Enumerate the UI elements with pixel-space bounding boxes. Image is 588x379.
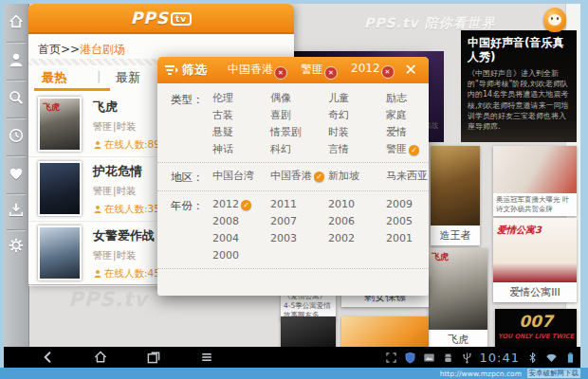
- filter-option[interactable]: 爱情: [386, 126, 440, 139]
- filter-option[interactable]: 2009: [386, 198, 440, 211]
- remove-tag-icon[interactable]: ✕: [324, 66, 338, 80]
- shield-icon: [404, 352, 416, 364]
- pps-logo: PPStv: [131, 4, 192, 32]
- filter-option[interactable]: 奇幻: [328, 109, 382, 122]
- tab-hottest[interactable]: 最热: [42, 69, 66, 86]
- filter-option[interactable]: 情景剧: [270, 126, 324, 139]
- filter-option[interactable]: 2010: [328, 198, 382, 211]
- filter-option[interactable]: 偶像: [270, 92, 324, 105]
- user-icon[interactable]: [8, 51, 25, 68]
- filter-option-grid: 2012✓20112010200920082007200620052004200…: [212, 198, 440, 262]
- pps-watermark-bottom: PPS.tv: [68, 288, 148, 311]
- filter-dialog-body: 类型：伦理偶像儿童励志古装喜剧奇幻家庭悬疑情景剧时装爱情神话科幻言情警匪✓地区：…: [157, 83, 429, 269]
- video-caption: 奥运冠军直播大曝光 叶诗文孙杨共贺金牌: [493, 193, 577, 216]
- filter-option[interactable]: 古装: [212, 109, 266, 122]
- filter-dialog-header: 筛选 中国香港✕警匪✕2012✕ ✕: [157, 57, 429, 83]
- filter-option[interactable]: 2008: [212, 215, 266, 228]
- video-card-007[interactable]: 007 YOU ONLY LIVE TWICE: [495, 309, 577, 347]
- poster-subtitle-text: YOU ONLY LIVE TWICE: [495, 334, 577, 339]
- remove-tag-icon[interactable]: ✕: [381, 65, 395, 79]
- status-bar[interactable]: 10:41: [385, 347, 577, 368]
- filter-option[interactable]: 言情: [328, 143, 382, 156]
- filter-option[interactable]: 儿童: [328, 92, 382, 105]
- filter-tag[interactable]: 中国香港✕: [228, 62, 287, 80]
- filter-option[interactable]: 2012✓: [212, 198, 266, 211]
- featured-info-panel[interactable]: 中国好声音(音乐真人秀) 《中国好声音》进入到全新的"导师考核"阶段,刘欢老师队…: [461, 30, 577, 142]
- filter-dialog: 筛选 中国香港✕警匪✕2012✕ ✕ 类型：伦理偶像儿童励志古装喜剧奇幻家庭悬疑…: [157, 57, 429, 296]
- filter-option[interactable]: 家庭: [386, 109, 440, 122]
- person-icon: [93, 269, 102, 279]
- filter-option[interactable]: 2003: [270, 232, 324, 245]
- poster-image: [281, 316, 336, 347]
- download-icon[interactable]: [8, 201, 25, 218]
- person-icon: [93, 140, 102, 150]
- poster-title-text: 007 YOU ONLY LIVE TWICE: [495, 309, 577, 339]
- settings-gear-icon[interactable]: [8, 237, 25, 254]
- video-card-partial-2[interactable]: [341, 316, 429, 347]
- filter-option[interactable]: 悬疑: [212, 126, 266, 139]
- menu-button[interactable]: [199, 350, 214, 365]
- poster-thumbnail: [38, 226, 82, 280]
- search-icon[interactable]: [8, 89, 25, 106]
- tab-divider: |: [97, 69, 101, 83]
- active-filter-tags: 中国香港✕警匪✕2012✕: [228, 62, 395, 80]
- check-icon: ✓: [314, 171, 324, 182]
- filter-dialog-title: 筛选: [182, 62, 207, 79]
- filter-option[interactable]: 2007: [270, 215, 324, 228]
- toolbar-divider: [7, 42, 26, 43]
- filter-option[interactable]: 伦理: [212, 92, 266, 105]
- filter-option[interactable]: 新加坡: [328, 170, 382, 183]
- filter-option[interactable]: 2004: [212, 232, 266, 245]
- online-count: 在线人数:453: [93, 267, 167, 280]
- pps-mascot-icon[interactable]: [541, 6, 569, 34]
- filter-option[interactable]: 2006: [328, 215, 382, 228]
- close-icon[interactable]: ✕: [401, 57, 421, 83]
- video-card-ipartment3[interactable]: 爱情公寓3 爱情公寓III: [493, 218, 577, 302]
- featured-title: 中国好声音(音乐真人秀): [468, 36, 570, 64]
- filter-option[interactable]: 2001: [386, 232, 440, 245]
- filter-tag[interactable]: 2012✕: [351, 62, 395, 80]
- remove-tag-icon[interactable]: ✕: [274, 66, 287, 80]
- history-icon[interactable]: [8, 127, 25, 144]
- home-button[interactable]: [93, 350, 108, 365]
- filter-option[interactable]: 中国台湾: [212, 170, 266, 183]
- android-navbar: 10:41: [4, 347, 580, 368]
- status-clock: 10:41: [480, 351, 520, 365]
- app-header: PPStv: [28, 4, 294, 34]
- video-card-olympics[interactable]: 奥运冠军直播大曝光 叶诗文孙杨共贺金牌: [493, 146, 577, 216]
- filter-option[interactable]: 2000: [212, 249, 266, 262]
- home-icon[interactable]: [8, 13, 25, 30]
- poster-thumbnail: 飞虎: [38, 97, 82, 152]
- filter-option[interactable]: 马来西亚: [386, 170, 440, 183]
- filter-option[interactable]: 警匪✓: [386, 143, 440, 156]
- video-card-partial-1[interactable]: [281, 316, 336, 347]
- breadcrumb[interactable]: 首页>>港台剧场: [38, 42, 125, 58]
- filter-option[interactable]: 喜剧: [270, 109, 324, 122]
- filter-section-label: 地区：: [171, 170, 212, 185]
- video-card-tiger-cubs[interactable]: 飞虎 飞虎: [429, 248, 487, 350]
- filter-tag[interactable]: 警匪✕: [301, 62, 338, 80]
- watermark-url: http://www.mzpcn.com: [440, 370, 522, 378]
- tab-newest[interactable]: 最新: [116, 69, 140, 86]
- watermark-note: 安卓破解网下载: [527, 369, 581, 378]
- filter-option[interactable]: 励志: [386, 92, 440, 105]
- filter-section: 类型：伦理偶像儿童励志古装喜剧奇幻家庭悬疑情景剧时装爱情神话科幻言情警匪✓: [157, 85, 429, 163]
- filter-option-grid: 中国台湾中国香港✓新加坡马来西亚: [212, 170, 440, 185]
- filter-option[interactable]: 2005: [386, 215, 440, 228]
- filter-option[interactable]: 神话: [212, 143, 266, 156]
- poster-image: 爱情公寓3: [493, 218, 577, 282]
- filter-option-grid: 伦理偶像儿童励志古装喜剧奇幻家庭悬疑情景剧时装爱情神话科幻言情警匪✓: [212, 92, 440, 156]
- recent-apps-button[interactable]: [146, 350, 161, 365]
- filter-option[interactable]: 科幻: [270, 143, 324, 156]
- poster-title-text: 飞虎: [43, 101, 60, 114]
- filter-option[interactable]: 2011: [270, 198, 324, 211]
- favorites-icon[interactable]: [8, 165, 25, 182]
- poster-image: [341, 316, 429, 347]
- filter-option[interactable]: 时装: [328, 126, 382, 139]
- bottom-frame-strip: http://www.mzpcn.com 安卓破解网下载: [0, 368, 588, 379]
- screenshot-frame: PPS.tv 陪你看世界 PPS.tv 残酷PK I Am 痞子英雄玩转另类谍战…: [0, 0, 588, 379]
- filter-option[interactable]: 中国香港✓: [270, 170, 324, 183]
- filter-option[interactable]: 2002: [328, 232, 382, 245]
- back-button[interactable]: [40, 350, 55, 365]
- poster-image: [493, 146, 577, 193]
